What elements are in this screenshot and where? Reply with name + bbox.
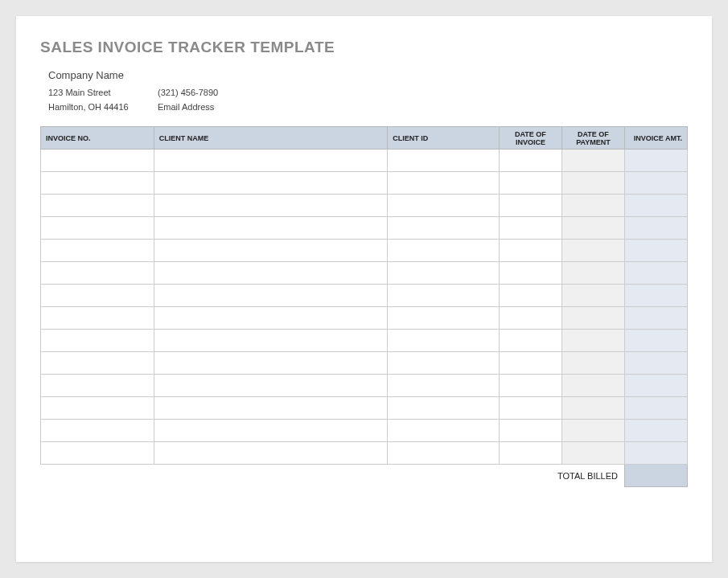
cell-invoice_no[interactable] xyxy=(41,150,154,172)
cell-date_of_invoice[interactable] xyxy=(499,217,561,240)
cell-client_name[interactable] xyxy=(154,195,387,217)
cell-date_of_invoice[interactable] xyxy=(499,420,561,442)
table-row xyxy=(41,330,688,352)
cell-invoice_amt[interactable] xyxy=(624,352,687,375)
cell-client_id[interactable] xyxy=(388,420,500,442)
cell-date_of_invoice[interactable] xyxy=(499,442,561,465)
cell-client_name[interactable] xyxy=(154,307,387,330)
cell-invoice_no[interactable] xyxy=(41,262,154,285)
cell-invoice_amt[interactable] xyxy=(624,217,687,240)
cell-invoice_no[interactable] xyxy=(41,240,154,262)
cell-client_name[interactable] xyxy=(154,330,387,352)
table-row xyxy=(41,420,688,442)
cell-invoice_amt[interactable] xyxy=(624,330,687,352)
cell-client_name[interactable] xyxy=(154,240,387,262)
cell-date_of_invoice[interactable] xyxy=(499,397,561,420)
cell-invoice_no[interactable] xyxy=(41,420,154,442)
cell-client_id[interactable] xyxy=(388,150,500,172)
cell-client_id[interactable] xyxy=(388,330,500,352)
cell-client_id[interactable] xyxy=(388,442,500,465)
cell-date_of_invoice[interactable] xyxy=(499,285,561,307)
cell-date_of_payment[interactable] xyxy=(561,352,624,375)
cell-date_of_invoice[interactable] xyxy=(499,375,561,397)
cell-date_of_invoice[interactable] xyxy=(499,352,561,375)
table-row xyxy=(41,307,688,330)
cell-date_of_payment[interactable] xyxy=(561,330,624,352)
cell-client_id[interactable] xyxy=(388,172,500,195)
cell-date_of_payment[interactable] xyxy=(561,262,624,285)
cell-invoice_no[interactable] xyxy=(41,172,154,195)
cell-client_name[interactable] xyxy=(154,217,387,240)
cell-invoice_amt[interactable] xyxy=(624,172,687,195)
cell-invoice_amt[interactable] xyxy=(624,150,687,172)
cell-date_of_payment[interactable] xyxy=(561,172,624,195)
cell-invoice_amt[interactable] xyxy=(624,420,687,442)
cell-date_of_invoice[interactable] xyxy=(499,150,561,172)
cell-client_name[interactable] xyxy=(154,172,387,195)
cell-date_of_invoice[interactable] xyxy=(499,307,561,330)
cell-invoice_no[interactable] xyxy=(41,285,154,307)
cell-date_of_invoice[interactable] xyxy=(499,195,561,217)
cell-invoice_amt[interactable] xyxy=(624,375,687,397)
cell-invoice_no[interactable] xyxy=(41,397,154,420)
cell-date_of_payment[interactable] xyxy=(561,397,624,420)
cell-date_of_payment[interactable] xyxy=(561,375,624,397)
cell-invoice_no[interactable] xyxy=(41,307,154,330)
cell-client_name[interactable] xyxy=(154,352,387,375)
table-row xyxy=(41,285,688,307)
cell-date_of_invoice[interactable] xyxy=(499,262,561,285)
cell-invoice_amt[interactable] xyxy=(624,442,687,465)
invoice-tracker-document: SALES INVOICE TRACKER TEMPLATE Company N… xyxy=(16,16,712,562)
company-phone: (321) 456-7890 xyxy=(158,88,270,97)
cell-invoice_no[interactable] xyxy=(41,217,154,240)
cell-client_id[interactable] xyxy=(388,262,500,285)
cell-date_of_payment[interactable] xyxy=(561,150,624,172)
cell-invoice_amt[interactable] xyxy=(624,195,687,217)
total-billed-value xyxy=(624,465,687,487)
cell-date_of_invoice[interactable] xyxy=(499,330,561,352)
cell-date_of_payment[interactable] xyxy=(561,217,624,240)
cell-client_id[interactable] xyxy=(388,285,500,307)
cell-client_name[interactable] xyxy=(154,150,387,172)
cell-client_id[interactable] xyxy=(388,352,500,375)
company-info-block: Company Name 123 Main Street (321) 456-7… xyxy=(48,69,688,112)
cell-date_of_payment[interactable] xyxy=(561,240,624,262)
cell-invoice_no[interactable] xyxy=(41,442,154,465)
table-row xyxy=(41,262,688,285)
cell-date_of_payment[interactable] xyxy=(561,285,624,307)
cell-client_id[interactable] xyxy=(388,240,500,262)
cell-invoice_no[interactable] xyxy=(41,330,154,352)
cell-date_of_invoice[interactable] xyxy=(499,172,561,195)
cell-client_id[interactable] xyxy=(388,375,500,397)
table-body xyxy=(41,150,688,465)
cell-client_id[interactable] xyxy=(388,397,500,420)
cell-client_name[interactable] xyxy=(154,397,387,420)
cell-invoice_no[interactable] xyxy=(41,352,154,375)
total-row: TOTAL BILLED xyxy=(41,465,688,487)
cell-client_name[interactable] xyxy=(154,262,387,285)
cell-invoice_no[interactable] xyxy=(41,375,154,397)
cell-date_of_payment[interactable] xyxy=(561,195,624,217)
cell-client_name[interactable] xyxy=(154,442,387,465)
cell-invoice_amt[interactable] xyxy=(624,240,687,262)
cell-date_of_invoice[interactable] xyxy=(499,240,561,262)
cell-invoice_amt[interactable] xyxy=(624,262,687,285)
cell-client_id[interactable] xyxy=(388,195,500,217)
cell-client_id[interactable] xyxy=(388,307,500,330)
cell-invoice_amt[interactable] xyxy=(624,285,687,307)
table-row xyxy=(41,442,688,465)
company-email: Email Address xyxy=(158,102,270,112)
cell-invoice_amt[interactable] xyxy=(624,307,687,330)
cell-invoice_amt[interactable] xyxy=(624,397,687,420)
page-title: SALES INVOICE TRACKER TEMPLATE xyxy=(40,39,688,56)
cell-client_id[interactable] xyxy=(388,217,500,240)
cell-client_name[interactable] xyxy=(154,285,387,307)
cell-invoice_no[interactable] xyxy=(41,195,154,217)
cell-client_name[interactable] xyxy=(154,375,387,397)
company-name: Company Name xyxy=(48,69,688,81)
cell-date_of_payment[interactable] xyxy=(561,442,624,465)
cell-date_of_payment[interactable] xyxy=(561,420,624,442)
cell-client_name[interactable] xyxy=(154,420,387,442)
company-row-1: 123 Main Street (321) 456-7890 xyxy=(48,88,688,97)
cell-date_of_payment[interactable] xyxy=(561,307,624,330)
